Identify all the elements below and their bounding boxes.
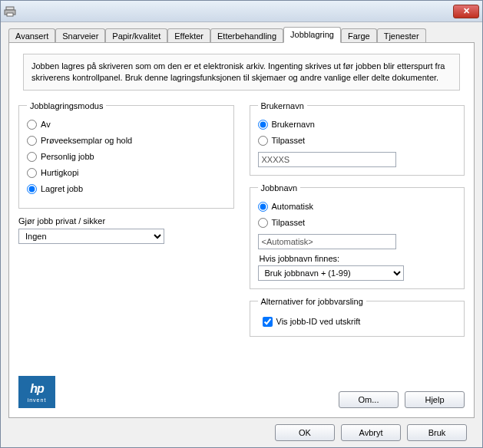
tab-job-storage[interactable]: Jobblagring xyxy=(283,27,341,43)
cancel-button[interactable]: Avbryt xyxy=(341,424,401,441)
button-label: OK xyxy=(299,428,311,437)
hp-logo: hp invent xyxy=(18,376,55,408)
radio-label[interactable]: Personlig jobb xyxy=(41,152,94,161)
radio-label[interactable]: Lagret jobb xyxy=(41,184,83,193)
titlebar: ✕ xyxy=(1,1,482,22)
close-button[interactable]: ✕ xyxy=(453,5,479,18)
info-text: Jobben lagres på skriveren som om den er… xyxy=(23,54,460,91)
tab-finishing[interactable]: Etterbehandling xyxy=(210,28,283,43)
tab-services[interactable]: Tjenester xyxy=(377,28,426,43)
radio-off[interactable] xyxy=(27,120,37,130)
tab-advanced[interactable]: Avansert xyxy=(8,28,55,43)
left-column: Jobblagringsmodus Av Prøveeksemplar og h… xyxy=(18,101,234,371)
ok-button[interactable]: OK xyxy=(275,424,335,441)
close-icon: ✕ xyxy=(463,6,470,16)
private-label: Gjør jobb privat / sikker xyxy=(18,216,234,226)
logo-brand: hp xyxy=(30,382,44,396)
group-jobname: Jobbnavn Automatisk Tilpasset Hvis jobbn… xyxy=(250,183,465,289)
dialog-button-row: OK Avbryt Bruk xyxy=(8,418,475,441)
button-label: Avbryt xyxy=(359,428,383,437)
about-button[interactable]: Om... xyxy=(339,391,399,408)
radio-proof-hold[interactable] xyxy=(27,136,37,146)
username-field[interactable] xyxy=(258,152,396,167)
tab-label: Etterbehandling xyxy=(217,31,276,41)
print-properties-window: ✕ Avansert Snarveier Papir/kvalitet Effe… xyxy=(0,0,483,448)
jobname-exists-select[interactable]: Bruk jobbnavn + (1-99) xyxy=(258,265,404,281)
checkbox-show-job-id[interactable] xyxy=(263,317,273,327)
group-storage-mode: Jobblagringsmodus Av Prøveeksemplar og h… xyxy=(18,101,234,209)
radio-jobname-custom[interactable] xyxy=(258,218,268,228)
radio-label[interactable]: Tilpasset xyxy=(272,218,306,227)
checkbox-label[interactable]: Vis jobb-ID ved utskrift xyxy=(276,317,361,326)
radio-label[interactable]: Brukernavn xyxy=(272,120,315,129)
svg-rect-0 xyxy=(6,7,14,10)
tab-strip: Avansert Snarveier Papir/kvalitet Effekt… xyxy=(8,27,475,43)
group-legend: Alternativer for jobbvarsling xyxy=(258,297,366,306)
radio-jobname-auto[interactable] xyxy=(258,202,268,212)
logo-sub: invent xyxy=(28,397,47,403)
group-legend: Jobblagringsmodus xyxy=(27,101,106,110)
radio-username[interactable] xyxy=(258,120,268,130)
radio-stored-job[interactable] xyxy=(27,184,37,194)
radio-label[interactable]: Tilpasset xyxy=(272,136,306,145)
group-notify: Alternativer for jobbvarsling Vis jobb-I… xyxy=(250,297,465,337)
svg-rect-2 xyxy=(7,13,13,16)
group-legend: Jobbnavn xyxy=(258,183,301,193)
tab-label: Snarveier xyxy=(62,31,98,41)
radio-personal-job[interactable] xyxy=(27,152,37,162)
button-label: Bruk xyxy=(428,428,446,437)
tab-color[interactable]: Farge xyxy=(341,28,377,43)
tab-label: Jobblagring xyxy=(290,30,334,39)
right-column: Brukernavn Brukernavn Tilpasset Jobbnavn… xyxy=(250,101,465,371)
tab-label: Tjenester xyxy=(384,31,419,41)
radio-username-custom[interactable] xyxy=(258,136,268,146)
jobname-exists-label: Hvis jobbnavn finnes: xyxy=(260,254,457,263)
tab-shortcuts[interactable]: Snarveier xyxy=(55,28,105,43)
radio-label[interactable]: Av xyxy=(41,120,51,129)
group-username: Brukernavn Brukernavn Tilpasset xyxy=(250,101,465,176)
jobname-field[interactable] xyxy=(258,234,396,249)
tab-label: Avansert xyxy=(15,31,48,41)
tab-label: Papir/kvalitet xyxy=(112,31,160,41)
group-legend: Brukernavn xyxy=(258,101,307,110)
apply-button[interactable]: Bruk xyxy=(407,424,467,441)
radio-label[interactable]: Automatisk xyxy=(272,202,313,211)
tab-paper-quality[interactable]: Papir/kvalitet xyxy=(105,28,167,43)
tab-panel-job-storage: Jobben lagres på skriveren som om den er… xyxy=(8,42,475,418)
help-button[interactable]: Hjelp xyxy=(405,391,465,408)
radio-label[interactable]: Hurtigkopi xyxy=(41,168,79,177)
radio-label[interactable]: Prøveeksemplar og hold xyxy=(41,136,132,145)
button-label: Hjelp xyxy=(425,395,444,404)
tab-label: Effekter xyxy=(174,31,203,41)
radio-quick-copy[interactable] xyxy=(27,168,37,178)
tab-label: Farge xyxy=(348,31,370,41)
button-label: Om... xyxy=(359,395,379,404)
private-select[interactable]: Ingen xyxy=(18,229,164,244)
tab-effects[interactable]: Effekter xyxy=(167,28,210,43)
printer-icon xyxy=(4,5,16,18)
info-text-content: Jobben lagres på skriveren som om den er… xyxy=(31,61,445,82)
